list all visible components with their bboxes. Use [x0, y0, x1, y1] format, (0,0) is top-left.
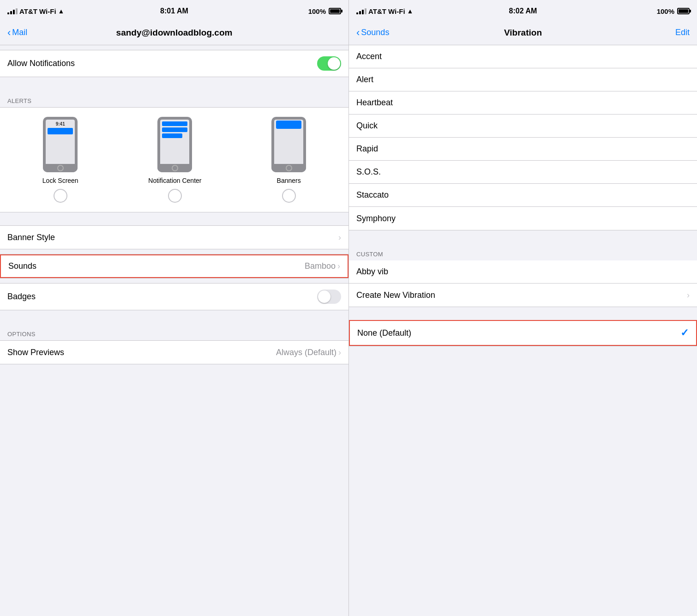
- accent-label: Accent: [356, 52, 382, 61]
- spacer5: [0, 310, 348, 323]
- show-previews-value: Always (Default): [276, 348, 336, 357]
- signal-icon: [7, 8, 18, 14]
- create-vibration-item[interactable]: Create New Vibration ›: [349, 284, 697, 307]
- lock-screen-label: Lock Screen: [42, 177, 78, 184]
- show-previews-value-group: Always (Default) ›: [276, 348, 341, 357]
- back-button[interactable]: ‹ Mail: [7, 27, 27, 39]
- right-battery-icon: [677, 8, 690, 14]
- show-previews-chevron-icon: ›: [338, 348, 341, 357]
- left-nav-bar: ‹ Mail sandy@idownloadblog.com: [0, 20, 348, 45]
- right-time: 8:02 AM: [509, 7, 537, 15]
- notification-center-radio[interactable]: [168, 189, 182, 203]
- left-status-bar: AT&T Wi-Fi ▲ 8:01 AM 100%: [0, 0, 348, 20]
- alerts-section: 9:41 Lock Screen Notificati: [0, 107, 348, 212]
- right-status-left: AT&T Wi-Fi ▲: [356, 7, 413, 15]
- abby-vib-label: Abby vib: [356, 267, 388, 277]
- right-wifi-icon: ▲: [407, 7, 414, 15]
- right-nav-bar: ‹ Sounds Vibration Edit: [349, 20, 697, 45]
- lock-screen-radio[interactable]: [54, 189, 67, 203]
- right-back-button[interactable]: ‹ Sounds: [356, 27, 389, 39]
- back-chevron-icon: ‹: [7, 27, 11, 39]
- battery-pct: 100%: [308, 7, 326, 15]
- lock-screen-option[interactable]: 9:41 Lock Screen: [42, 117, 78, 203]
- alert-label: Alert: [356, 75, 373, 85]
- allow-notifications-group: Allow Notifications: [0, 50, 348, 77]
- custom-vibrations-group: Abby vib Create New Vibration ›: [349, 260, 697, 307]
- toggle-thumb: [328, 57, 340, 70]
- badges-toggle-thumb: [318, 290, 330, 303]
- badges-group: Badges: [0, 283, 348, 310]
- create-vibration-chevron-icon: ›: [687, 290, 690, 300]
- standard-vibrations-group: Accent Alert Heartbeat Quick Rapid S.O.S…: [349, 45, 697, 230]
- left-status-left: AT&T Wi-Fi ▲: [7, 7, 64, 15]
- list-item[interactable]: Quick: [349, 115, 697, 138]
- show-previews-item[interactable]: Show Previews Always (Default) ›: [0, 341, 348, 364]
- badges-item[interactable]: Badges: [0, 284, 348, 310]
- spacer3: [0, 249, 348, 254]
- banner-style-label: Banner Style: [7, 233, 55, 242]
- left-status-right: 100%: [308, 7, 341, 15]
- notification-center-label: Notification Center: [148, 177, 201, 184]
- badges-toggle[interactable]: [317, 290, 341, 304]
- right-carrier-label: AT&T Wi-Fi: [368, 7, 405, 15]
- list-item[interactable]: Staccato: [349, 184, 697, 207]
- sounds-value: Bamboo: [305, 261, 336, 271]
- create-vibration-label: Create New Vibration: [356, 290, 435, 300]
- left-time: 8:01 AM: [160, 7, 188, 15]
- quick-label: Quick: [356, 121, 378, 131]
- lock-screen-phone-icon: 9:41: [43, 117, 78, 172]
- carrier-label: AT&T Wi-Fi: [19, 7, 56, 15]
- list-item[interactable]: Heartbeat: [349, 91, 697, 115]
- none-default-label: None (Default): [357, 328, 411, 338]
- heartbeat-label: Heartbeat: [356, 98, 393, 108]
- right-status-right: 100%: [657, 7, 690, 15]
- show-previews-group: Show Previews Always (Default) ›: [0, 340, 348, 364]
- back-label: Mail: [12, 28, 27, 37]
- right-status-bar: AT&T Wi-Fi ▲ 8:02 AM 100%: [349, 0, 697, 20]
- spacer1: [0, 77, 348, 90]
- banners-phone-icon: [271, 117, 306, 172]
- banners-label: Banners: [277, 177, 301, 184]
- notification-center-option[interactable]: Notification Center: [148, 117, 201, 203]
- staccato-label: Staccato: [356, 190, 389, 200]
- right-spacer2: [349, 307, 697, 320]
- list-item[interactable]: Alert: [349, 68, 697, 91]
- banner-style-chevron-icon: ›: [338, 233, 341, 242]
- sounds-value-group: Bamboo ›: [305, 261, 340, 271]
- allow-notifications-label: Allow Notifications: [7, 59, 75, 68]
- options-header: OPTIONS: [0, 323, 348, 340]
- wifi-icon: ▲: [58, 7, 65, 15]
- right-panel: AT&T Wi-Fi ▲ 8:02 AM 100% ‹ Sounds Vibra…: [348, 0, 697, 616]
- rapid-label: Rapid: [356, 144, 378, 154]
- alerts-header: ALERTS: [0, 90, 348, 107]
- allow-notifications-item[interactable]: Allow Notifications: [0, 50, 348, 77]
- allow-notifications-toggle[interactable]: [317, 56, 341, 71]
- list-item[interactable]: Rapid: [349, 138, 697, 161]
- banner-style-item[interactable]: Banner Style ›: [0, 226, 348, 249]
- right-signal-icon: [356, 8, 367, 14]
- abby-vib-item[interactable]: Abby vib: [349, 260, 697, 284]
- right-back-label: Sounds: [361, 28, 389, 37]
- custom-header: CUSTOM: [349, 243, 697, 260]
- sounds-label: Sounds: [8, 261, 36, 271]
- list-item[interactable]: Accent: [349, 45, 697, 68]
- right-spacer1: [349, 230, 697, 243]
- list-item[interactable]: S.O.S.: [349, 161, 697, 184]
- spacer2: [0, 212, 348, 225]
- sounds-group: Sounds Bamboo ›: [0, 254, 348, 278]
- list-item[interactable]: Symphony: [349, 207, 697, 230]
- banners-option[interactable]: Banners: [271, 117, 306, 203]
- spacer4: [0, 278, 348, 283]
- sos-label: S.O.S.: [356, 167, 381, 177]
- checkmark-icon: ✓: [680, 327, 689, 339]
- none-default-item[interactable]: None (Default) ✓: [349, 320, 697, 346]
- banner-style-group: Banner Style ›: [0, 225, 348, 249]
- sounds-item[interactable]: Sounds Bamboo ›: [0, 254, 348, 278]
- show-previews-label: Show Previews: [7, 348, 64, 357]
- banners-radio[interactable]: [282, 189, 296, 203]
- right-nav-title: Vibration: [504, 28, 542, 38]
- edit-button[interactable]: Edit: [675, 28, 690, 37]
- nav-title: sandy@idownloadblog.com: [116, 28, 233, 38]
- battery-icon: [329, 8, 341, 14]
- badges-label: Badges: [7, 292, 36, 302]
